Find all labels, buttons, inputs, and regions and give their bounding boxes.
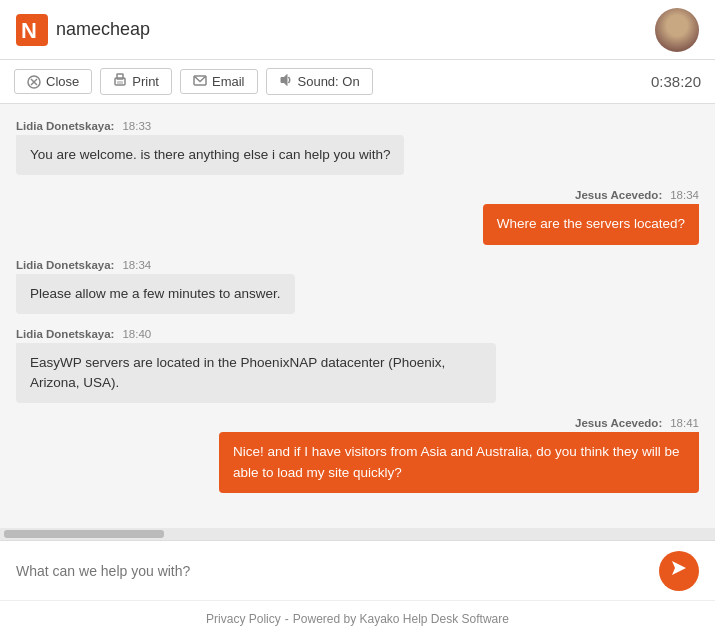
message-time: 18:33 [122,120,151,132]
svg-marker-10 [672,561,686,575]
sender-name: Lidia Donetskaya: [16,120,114,132]
message-meta: Lidia Donetskaya: 18:34 [16,259,151,271]
message-time: 18:34 [122,259,151,271]
privacy-policy-link[interactable]: Privacy Policy [206,612,281,626]
email-icon [193,74,207,89]
message-bubble: Nice! and if I have visitors from Asia a… [219,432,699,493]
powered-by-link[interactable]: Powered by Kayako Help Desk Software [293,612,509,626]
scrollbar-thumb[interactable] [4,530,164,538]
send-icon [670,559,688,582]
footer-separator: - [285,612,289,626]
svg-rect-6 [117,74,123,79]
message-time: 18:34 [670,189,699,201]
avatar-image [655,8,699,52]
svg-text:N: N [21,18,37,43]
message-bubble: Where are the servers located? [483,204,699,244]
sound-label: Sound: On [298,74,360,89]
message-row: Jesus Acevedo: 18:41 Nice! and if I have… [16,417,699,493]
message-meta: Jesus Acevedo: 18:41 [575,417,699,429]
email-label: Email [212,74,245,89]
sender-name: Lidia Donetskaya: [16,259,114,271]
header: N namecheap [0,0,715,60]
sound-icon [279,73,293,90]
sound-button[interactable]: Sound: On [266,68,373,95]
message-row: Lidia Donetskaya: 18:33 You are welcome.… [16,120,699,175]
namecheap-logo-icon: N [16,14,48,46]
chat-area[interactable]: Lidia Donetskaya: 18:33 You are welcome.… [0,104,715,528]
message-bubble: Please allow me a few minutes to answer. [16,274,295,314]
close-button[interactable]: Close [14,69,92,94]
message-row: Lidia Donetskaya: 18:40 EasyWP servers a… [16,328,699,404]
avatar [655,8,699,52]
message-time: 18:40 [122,328,151,340]
message-bubble: EasyWP servers are located in the Phoeni… [16,343,496,404]
message-time: 18:41 [670,417,699,429]
print-label: Print [132,74,159,89]
timer: 0:38:20 [651,73,701,90]
email-button[interactable]: Email [180,69,258,94]
chat-input[interactable] [16,563,649,579]
sender-name: Jesus Acevedo: [575,417,662,429]
sender-name: Jesus Acevedo: [575,189,662,201]
svg-marker-9 [281,75,287,86]
input-area [0,540,715,600]
logo-text: namecheap [56,19,150,40]
horizontal-scrollbar[interactable] [0,528,715,540]
footer: Privacy Policy - Powered by Kayako Help … [0,600,715,636]
message-meta: Lidia Donetskaya: 18:40 [16,328,151,340]
close-icon [27,75,41,89]
message-row: Jesus Acevedo: 18:34 Where are the serve… [16,189,699,244]
logo-area: N namecheap [16,14,150,46]
toolbar: Close Print Email Sound: On 0:38:20 [0,60,715,104]
close-label: Close [46,74,79,89]
print-icon [113,73,127,90]
print-button[interactable]: Print [100,68,172,95]
message-meta: Jesus Acevedo: 18:34 [575,189,699,201]
message-meta: Lidia Donetskaya: 18:33 [16,120,151,132]
message-bubble: You are welcome. is there anything else … [16,135,404,175]
message-row: Lidia Donetskaya: 18:34 Please allow me … [16,259,699,314]
svg-rect-7 [117,81,123,84]
send-button[interactable] [659,551,699,591]
sender-name: Lidia Donetskaya: [16,328,114,340]
